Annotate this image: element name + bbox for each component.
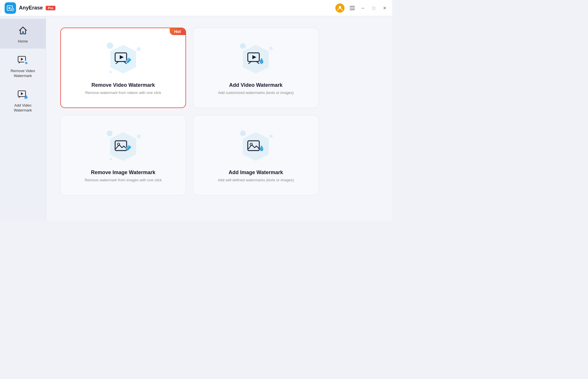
titlebar: AnyErase Pro ─ □ ✕ [0, 0, 392, 16]
card-icon-area-remove-image [105, 129, 142, 164]
remove-video-icon [114, 50, 132, 68]
app-title: AnyErase [19, 5, 43, 11]
sidebar-item-add-video[interactable]: Add VideoWatermark [0, 83, 46, 118]
float-circle [107, 130, 113, 136]
sidebar-home-label: Home [18, 39, 28, 44]
float-circle [137, 47, 141, 51]
card-remove-video-watermark[interactable]: Hot [60, 28, 186, 108]
close-button[interactable]: ✕ [382, 5, 388, 11]
add-video-watermark-icon [17, 88, 29, 101]
content-area: Hot [46, 16, 392, 221]
card-add-image-watermark[interactable]: Add Image Watermark Add self-defined wat… [193, 115, 319, 195]
card-add-video-watermark[interactable]: Add Video Watermark Add customized water… [193, 28, 319, 108]
add-video-icon [247, 50, 265, 68]
cards-grid: Hot [60, 28, 319, 195]
card-title-remove-image: Remove Image Watermark [91, 170, 155, 176]
sidebar-item-remove-video[interactable]: Remove VideoWatermark [0, 49, 46, 83]
sidebar-remove-video-label: Remove VideoWatermark [11, 69, 35, 78]
card-icon-area-add-image [237, 129, 274, 164]
card-title-add-image: Add Image Watermark [229, 170, 283, 176]
float-circle [137, 134, 141, 138]
sidebar-item-home[interactable]: Home [0, 19, 46, 49]
card-desc-add-image: Add self-defined watermarks (texts or im… [218, 178, 294, 182]
card-title-add-video: Add Video Watermark [229, 82, 283, 88]
sidebar: Home Remove VideoWatermark [0, 16, 46, 221]
hot-badge: Hot [170, 28, 185, 35]
float-circle [269, 47, 273, 50]
float-circle [107, 43, 113, 49]
card-desc-add-video: Add customized watermarks (texts or imag… [218, 91, 294, 95]
card-icon-area-add-video [237, 42, 274, 76]
float-circle [269, 134, 273, 138]
pro-badge: Pro [46, 6, 55, 10]
app-logo [5, 2, 16, 14]
svg-point-2 [339, 6, 341, 8]
user-avatar-icon[interactable] [335, 3, 345, 13]
svg-rect-25 [248, 141, 259, 151]
card-icon-area-remove-video [105, 42, 142, 76]
svg-rect-3 [22, 32, 24, 34]
menu-icon[interactable] [350, 6, 355, 10]
remove-image-icon [114, 137, 132, 156]
card-remove-image-watermark[interactable]: Remove Image Watermark Remove watermark … [60, 115, 186, 195]
card-desc-remove-image: Remove watermark from images with one cl… [85, 178, 162, 182]
float-circle [240, 43, 246, 49]
titlebar-left: AnyErase Pro [5, 2, 55, 14]
titlebar-right: ─ □ ✕ [335, 3, 388, 13]
float-circle [110, 158, 112, 160]
card-desc-remove-video: Remove watermark from videos with one cl… [85, 91, 161, 95]
sidebar-add-video-label: Add VideoWatermark [14, 103, 32, 113]
svg-rect-22 [115, 141, 127, 151]
home-icon [17, 24, 29, 37]
maximize-button[interactable]: □ [371, 5, 377, 11]
float-circle [240, 130, 246, 136]
remove-video-watermark-icon [17, 54, 29, 66]
main-layout: Home Remove VideoWatermark [0, 16, 392, 221]
float-circle [109, 71, 112, 74]
add-image-icon [247, 137, 265, 156]
minimize-button[interactable]: ─ [360, 5, 366, 11]
card-title-remove-video: Remove Video Watermark [91, 82, 155, 88]
